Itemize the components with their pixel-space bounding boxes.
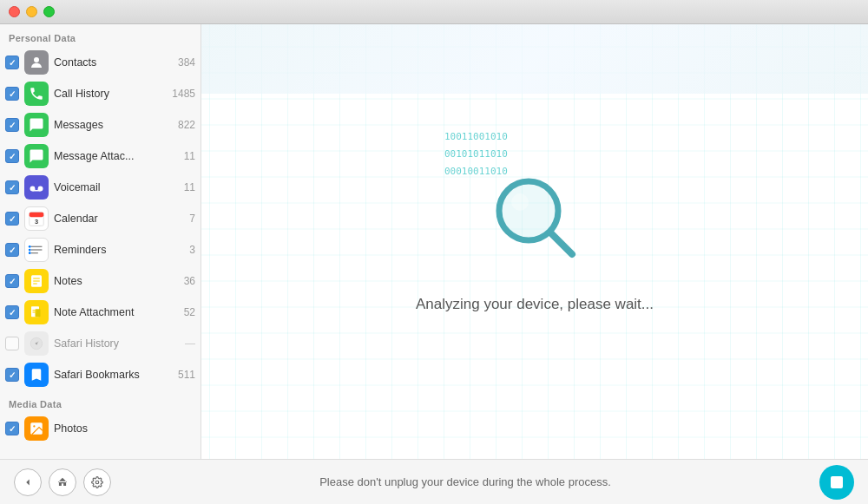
maximize-button[interactable]: [43, 6, 55, 17]
sidebar: Personal Data Contacts 384 Call History …: [0, 24, 201, 459]
notes-checkbox[interactable]: [5, 274, 19, 288]
sidebar-item-safari-bookmarks[interactable]: Safari Bookmarks 511: [0, 359, 201, 390]
message-attachments-count: 11: [184, 150, 195, 162]
calendar-count: 7: [189, 213, 195, 225]
sidebar-item-message-attachments[interactable]: Message Attac... 11: [0, 141, 201, 172]
voicemail-name: Voicemail: [54, 181, 181, 193]
sidebar-item-media-placeholder[interactable]: Photos: [0, 413, 201, 444]
messages-icon: [24, 113, 49, 137]
stop-icon: [831, 476, 843, 488]
sidebar-item-notes[interactable]: Notes 36: [0, 265, 201, 297]
minimize-button[interactable]: [26, 6, 37, 17]
svg-line-28: [551, 233, 572, 254]
voicemail-checkbox[interactable]: [5, 180, 19, 194]
back-button[interactable]: [14, 468, 42, 496]
main-area: Personal Data Contacts 384 Call History …: [0, 24, 868, 459]
note-attachment-checkbox[interactable]: [5, 305, 19, 319]
svg-point-13: [29, 252, 31, 254]
messages-checkbox[interactable]: [5, 118, 19, 132]
contacts-name: Contacts: [54, 56, 174, 69]
safari-history-count: —: [185, 337, 195, 350]
safari-bookmarks-icon: [24, 363, 49, 387]
call-history-checkbox[interactable]: [5, 87, 19, 101]
notes-icon: [24, 269, 49, 293]
safari-bookmarks-name: Safari Bookmarks: [54, 369, 174, 381]
wave-decoration: [201, 24, 868, 94]
media-checkbox[interactable]: [5, 422, 19, 435]
sidebar-item-call-history[interactable]: Call History 1485: [0, 78, 201, 109]
safari-history-checkbox[interactable]: [5, 337, 19, 350]
svg-point-24: [36, 343, 37, 344]
sidebar-item-note-attachment[interactable]: Note Attachment 52: [0, 297, 201, 328]
svg-point-11: [29, 245, 31, 248]
settings-button[interactable]: [83, 468, 111, 496]
safari-history-name: Safari History: [54, 337, 181, 350]
sidebar-item-calendar[interactable]: 3 Calendar 7: [0, 203, 201, 234]
notes-name: Notes: [54, 275, 181, 287]
titlebar: [0, 0, 868, 24]
media-icon: [24, 416, 49, 441]
contacts-count: 384: [178, 56, 195, 69]
bottom-bar: Please don't unplug your device during t…: [0, 459, 868, 504]
calendar-icon: 3: [24, 206, 49, 231]
safari-bookmarks-checkbox[interactable]: [5, 368, 19, 382]
voicemail-count: 11: [184, 181, 195, 193]
bottom-warning: Please don't unplug your device during t…: [111, 475, 819, 488]
home-button[interactable]: [49, 468, 76, 496]
close-button[interactable]: [9, 6, 20, 17]
message-attachments-name: Message Attac...: [54, 150, 181, 162]
magnifier-icon: [487, 171, 582, 266]
magnifier-graphic: [487, 171, 582, 270]
sidebar-item-messages[interactable]: Messages 822: [0, 109, 201, 141]
analyzing-text: Analyzing your device, please wait...: [416, 296, 654, 313]
contacts-checkbox[interactable]: [5, 56, 19, 69]
message-attachments-checkbox[interactable]: [5, 149, 19, 163]
contacts-icon: [24, 50, 49, 75]
message-attachments-icon: [24, 144, 49, 168]
calendar-name: Calendar: [54, 213, 186, 225]
voicemail-icon: [24, 175, 49, 200]
media-data-label: Media Data: [0, 390, 201, 413]
stop-button[interactable]: [819, 465, 854, 500]
calendar-checkbox[interactable]: [5, 212, 19, 226]
svg-point-29: [511, 193, 529, 211]
svg-point-26: [33, 425, 35, 427]
svg-rect-5: [30, 213, 44, 218]
svg-point-30: [95, 481, 99, 484]
call-history-name: Call History: [54, 88, 168, 100]
note-attachment-count: 52: [184, 306, 195, 318]
note-attachment-name: Note Attachment: [54, 306, 181, 318]
safari-history-icon: [24, 331, 49, 356]
personal-data-label: Personal Data: [0, 24, 201, 47]
notes-count: 36: [184, 275, 195, 287]
messages-count: 822: [178, 119, 195, 131]
safari-bookmarks-count: 511: [178, 369, 195, 381]
call-history-icon: [24, 82, 49, 106]
sidebar-item-safari-history[interactable]: Safari History —: [0, 328, 201, 359]
sidebar-item-voicemail[interactable]: Voicemail 11: [0, 172, 201, 203]
reminders-name: Reminders: [54, 244, 186, 256]
media-name: Photos: [54, 422, 192, 435]
sidebar-item-reminders[interactable]: Reminders 3: [0, 234, 201, 265]
reminders-checkbox[interactable]: [5, 243, 19, 257]
bottom-nav: [14, 468, 111, 496]
svg-text:3: 3: [35, 218, 38, 226]
reminders-count: 3: [189, 244, 195, 256]
content-area: 10011001010 00101011010 00010011010 Anal…: [201, 24, 868, 459]
note-attachment-icon: [24, 300, 49, 324]
svg-point-0: [34, 57, 39, 62]
reminders-icon: [24, 238, 49, 262]
messages-name: Messages: [54, 119, 174, 131]
sidebar-item-contacts[interactable]: Contacts 384: [0, 47, 201, 78]
call-history-count: 1485: [172, 88, 195, 100]
svg-point-12: [29, 249, 31, 252]
